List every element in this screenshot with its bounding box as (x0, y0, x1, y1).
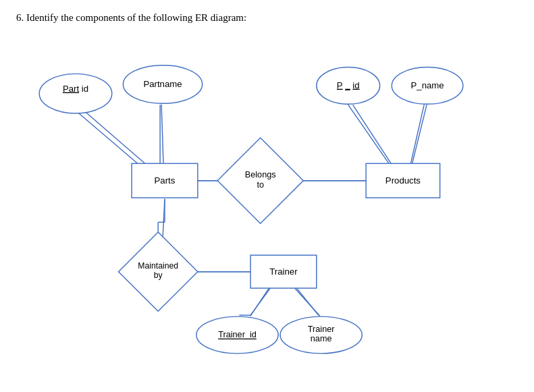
svg-line-5 (412, 105, 427, 163)
svg-line-19 (411, 105, 425, 163)
svg-text:Maintained: Maintained (138, 261, 178, 271)
page-container: 6. Identify the components of the follow… (0, 0, 534, 392)
svg-line-15 (161, 105, 163, 163)
svg-text:P_name: P_name (411, 80, 444, 90)
svg-line-0 (86, 112, 145, 163)
svg-text:Part
         
        id: Part id (63, 84, 88, 94)
svg-line-18 (348, 105, 389, 163)
svg-text:to: to (257, 180, 264, 190)
svg-text:Trainer: Trainer (269, 267, 298, 277)
svg-text:by: by (154, 271, 163, 280)
svg-text:name: name (311, 334, 332, 343)
diagram-area: Part id Partname P _ id P_name Parts (16, 30, 518, 374)
svg-text:P
        _
        id: P _ id (337, 80, 360, 90)
svg-line-23 (295, 288, 320, 316)
svg-text:Trainer: Trainer (308, 325, 335, 334)
svg-text:Partname: Partname (143, 79, 182, 89)
svg-text:Products: Products (385, 175, 421, 186)
svg-line-22 (250, 288, 269, 316)
question-text: 6. Identify the components of the follow… (16, 12, 518, 24)
svg-text:Belongs: Belongs (245, 170, 276, 179)
svg-text:Trainer_id: Trainer_id (218, 330, 257, 339)
svg-text:Parts: Parts (155, 175, 176, 186)
svg-line-4 (353, 105, 392, 163)
svg-line-14 (79, 113, 138, 164)
